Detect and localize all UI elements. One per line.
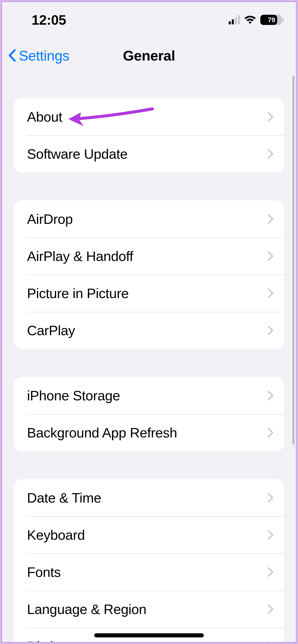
row-label: Fonts [27,564,61,580]
chevron-right-icon [267,604,274,614]
screen-frame: 12:05 79 Settings General About [2,2,296,642]
row-keyboard[interactable]: Keyboard [14,516,284,553]
home-indicator[interactable] [94,633,204,637]
row-fonts[interactable]: Fonts [14,553,284,591]
chevron-right-icon [267,251,274,261]
chevron-right-icon [267,288,274,298]
row-label: Keyboard [27,527,85,543]
settings-group: About Software Update [14,98,284,172]
row-airplay-handoff[interactable]: AirPlay & Handoff [14,238,284,275]
row-language-region[interactable]: Language & Region [14,591,284,628]
navigation-bar: Settings General [2,38,296,73]
chevron-right-icon [267,641,274,642]
row-label: Background App Refresh [27,425,177,441]
row-label: Language & Region [27,601,146,617]
row-label: Date & Time [27,490,101,506]
row-label: AirPlay & Handoff [27,248,133,264]
settings-group: Date & Time Keyboard Fonts Language & Re… [14,479,284,642]
settings-group: iPhone Storage Background App Refresh [14,377,284,451]
row-iphone-storage[interactable]: iPhone Storage [14,377,284,414]
chevron-right-icon [267,112,274,122]
battery-icon: 79 [260,15,282,25]
row-label: Dictionary [27,638,87,642]
chevron-right-icon [267,214,274,224]
chevron-right-icon [267,325,274,335]
row-airdrop[interactable]: AirDrop [14,200,284,238]
cellular-icon [229,15,240,24]
row-label: AirDrop [27,211,73,227]
chevron-right-icon [267,428,274,438]
row-label: About [27,109,62,125]
row-software-update[interactable]: Software Update [14,135,284,172]
wifi-icon [243,15,257,25]
settings-group: AirDrop AirPlay & Handoff Picture in Pic… [14,200,284,349]
chevron-left-icon [8,49,17,62]
chevron-right-icon [267,530,274,540]
row-about[interactable]: About [14,98,284,135]
chevron-right-icon [267,567,274,577]
chevron-right-icon [267,390,274,401]
row-label: Software Update [27,146,128,162]
row-background-app-refresh[interactable]: Background App Refresh [14,414,284,451]
back-button[interactable]: Settings [2,47,69,64]
chevron-right-icon [267,149,274,159]
back-label: Settings [19,47,69,64]
row-label: CarPlay [27,323,75,338]
chevron-right-icon [267,493,274,503]
battery-percent: 79 [260,16,282,24]
row-date-time[interactable]: Date & Time [14,479,284,516]
row-carplay[interactable]: CarPlay [14,312,284,349]
row-picture-in-picture[interactable]: Picture in Picture [14,275,284,312]
content-scroll[interactable]: About Software Update AirDrop AirPlay & … [2,98,296,642]
status-right-cluster: 79 [229,15,282,25]
status-bar: 12:05 79 [2,2,296,38]
status-time: 12:05 [32,12,66,28]
scroll-indicator [292,76,294,445]
row-label: iPhone Storage [27,388,120,403]
row-label: Picture in Picture [27,285,129,301]
